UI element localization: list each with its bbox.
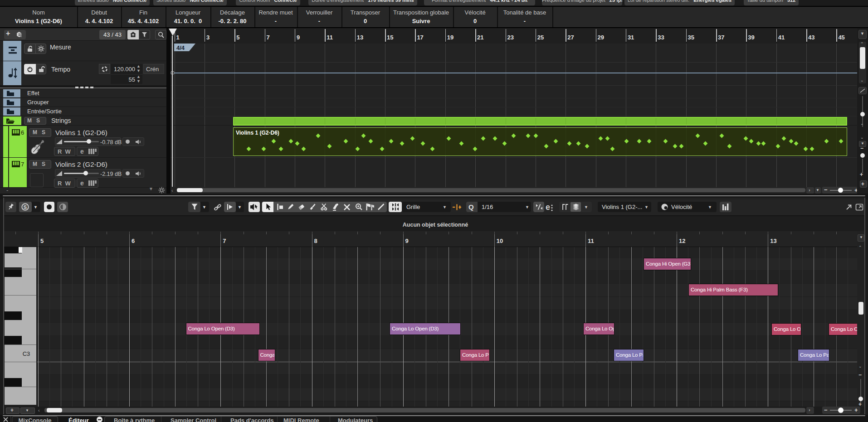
svg-text:e: e [546, 203, 550, 212]
svg-text:S: S [24, 204, 27, 210]
